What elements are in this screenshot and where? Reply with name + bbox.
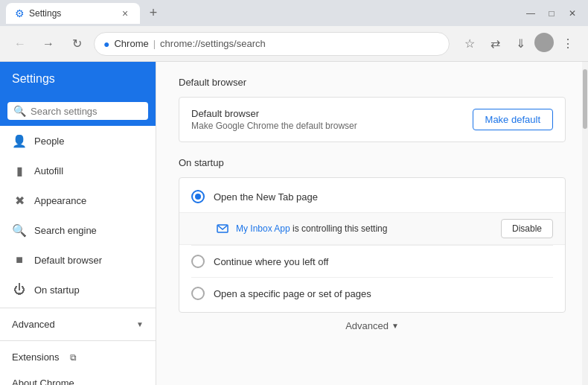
advanced-header[interactable]: Advanced ▼ [0,311,156,337]
default-browser-card-desc: Make Google Chrome the default browser [191,121,473,131]
window-controls: — □ ✕ [521,4,582,23]
bottom-bar: Advanced ▼ [179,313,566,339]
autofill-icon: ▮ [12,163,27,178]
startup-option-continue-label: Continue where you left off [214,256,328,267]
new-tab-button[interactable]: + [143,3,164,24]
content-wrapper: Default browser Default browser Make Goo… [179,77,566,339]
sidebar-item-about-chrome[interactable]: About Chrome [0,370,156,385]
back-button[interactable]: ← [9,33,31,55]
radio-continue[interactable] [191,255,205,268]
inbox-app-name[interactable]: My Inbox App [236,223,290,234]
main-content: PC RISK Default browser Default browser … [156,62,588,385]
bottom-advanced-label: Advanced [345,320,389,331]
app-body: Settings 🔍 👤 People ▮ Autofill ✖ Appeara… [0,62,588,385]
url-text: chrome://settings/search [160,38,266,49]
sidebar-search-icon: 🔍 [13,105,26,117]
sidebar-divider-2 [0,340,156,341]
radio-specific[interactable] [191,287,205,300]
reload-button[interactable]: ↻ [65,33,88,55]
sidebar-item-extensions[interactable]: Extensions ⧉ [0,344,156,370]
site-icon: ● [103,38,109,50]
tab-bar: ⚙ Settings × + [6,3,509,24]
close-window-button[interactable]: ✕ [563,4,582,23]
sidebar-label-appearance: Appearance [34,195,86,206]
disable-button[interactable]: Disable [501,219,553,238]
startup-option-new-tab-label: Open the New Tab page [214,191,318,203]
sidebar-label-search-engine: Search engine [34,225,97,236]
inbox-app-text-after: is controlling this setting [293,223,387,234]
startup-option-specific[interactable]: Open a specific page or set of pages [179,278,565,309]
address-bar: ← → ↻ ● Chrome | chrome://settings/searc… [0,26,588,62]
maximize-button[interactable]: □ [542,4,561,23]
inbox-app-row: My Inbox App is controlling this setting… [179,212,565,245]
sidebar-item-on-startup[interactable]: ⏻ On startup [0,275,156,305]
sidebar-item-appearance[interactable]: ✖ Appearance [0,185,156,215]
on-startup-title: On startup [179,157,566,168]
sidebar: Settings 🔍 👤 People ▮ Autofill ✖ Appeara… [0,62,156,385]
tab-close-button[interactable]: × [119,7,131,19]
startup-option-continue[interactable]: Continue where you left off [179,246,565,277]
browser-frame: ⚙ Settings × + — □ ✕ ← → ↻ ● Chrome | ch… [0,0,588,385]
sidebar-divider [0,308,156,308]
scrollbar[interactable] [582,62,588,385]
default-browser-section: Default browser Default browser Make Goo… [179,77,566,142]
sidebar-label-on-startup: On startup [34,284,80,296]
minimize-button[interactable]: — [521,4,540,23]
inbox-app-text: My Inbox App is controlling this setting [236,223,501,234]
on-startup-icon: ⏻ [12,282,27,297]
default-browser-card: Default browser Make Google Chrome the d… [179,97,566,142]
menu-icon[interactable]: ⋮ [557,33,579,55]
tab-icon: ⚙ [15,7,25,19]
url-bar[interactable]: ● Chrome | chrome://settings/search [94,32,450,56]
startup-card: Open the New Tab page My In [179,177,566,313]
title-bar: ⚙ Settings × + — □ ✕ [0,0,588,26]
scrollbar-thumb [583,69,587,129]
url-separator: | [153,38,156,49]
external-link-icon: ⧉ [70,352,77,363]
profile-icon[interactable] [534,33,554,52]
settings-tab[interactable]: ⚙ Settings × [6,3,140,24]
sidebar-item-default-browser[interactable]: ■ Default browser [0,245,156,275]
bottom-advanced-icon: ▼ [392,322,399,330]
sidebar-label-default-browser: Default browser [34,255,102,266]
download-icon[interactable]: ⇓ [509,33,531,55]
default-browser-card-text: Default browser Make Google Chrome the d… [191,108,473,131]
make-default-button[interactable]: Make default [473,109,553,130]
tab-title: Settings [29,8,61,19]
radio-new-tab[interactable] [191,190,205,203]
sidebar-header: Settings [0,62,156,96]
search-settings-input[interactable] [31,106,142,117]
bottom-advanced-button[interactable]: Advanced ▼ [345,320,399,331]
on-startup-section: On startup Open the New Tab page [179,157,566,313]
sidebar-item-autofill[interactable]: ▮ Autofill [0,156,156,185]
search-engine-icon: 🔍 [12,223,27,238]
advanced-expand-icon: ▼ [136,320,144,328]
toolbar-icons: ☆ ⇄ ⇓ ⋮ [458,33,579,55]
advanced-label: Advanced [12,319,55,330]
about-chrome-label: About Chrome [12,378,74,385]
appearance-icon: ✖ [12,193,27,208]
people-icon: 👤 [12,133,27,148]
site-label: Chrome [114,38,148,49]
inbox-app-icon [215,221,230,236]
cast-icon[interactable]: ⇄ [484,33,506,55]
default-browser-icon: ■ [12,252,27,267]
default-browser-card-label: Default browser [191,108,473,119]
default-browser-title: Default browser [179,77,566,88]
bookmark-icon[interactable]: ☆ [458,33,481,55]
sidebar-item-search-engine[interactable]: 🔍 Search engine [0,215,156,245]
default-browser-card-content: Default browser Make Google Chrome the d… [179,98,565,141]
startup-option-specific-label: Open a specific page or set of pages [214,288,371,299]
sidebar-label-people: People [34,136,64,147]
forward-button[interactable]: → [37,33,60,55]
sidebar-label-autofill: Autofill [34,165,63,176]
extensions-label: Extensions [12,351,60,363]
sidebar-item-people[interactable]: 👤 People [0,126,156,156]
startup-option-new-tab[interactable]: Open the New Tab page [179,181,565,212]
sidebar-title: Settings [12,72,55,85]
radio-inner [195,194,201,200]
